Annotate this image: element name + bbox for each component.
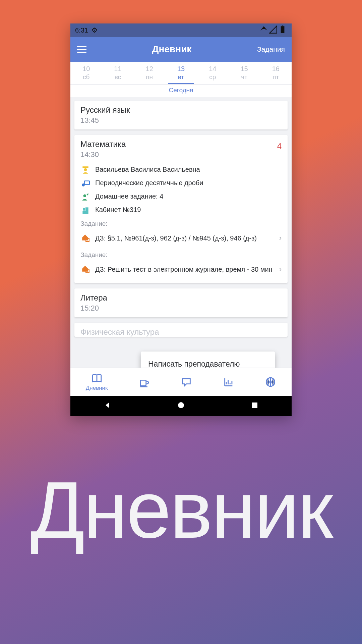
lesson-card-expanded[interactable]: 4 Математика 14:30 Васильева Василиса Ва… [74, 135, 288, 283]
room-icon [80, 206, 90, 216]
recent-icon[interactable] [251, 401, 259, 411]
page-title: Дневник [86, 44, 257, 55]
house-icon [80, 264, 90, 274]
menu-icon[interactable] [77, 46, 86, 53]
grade-badge: 4 [277, 142, 282, 151]
task-text: ДЗ: Решить тест в электронном журнале, в… [95, 265, 275, 274]
lesson-list[interactable]: Русский язык 13:45 4 Математика 14:30 Ва… [70, 97, 292, 368]
date-cell[interactable]: 11вс [102, 64, 133, 84]
promo-title: Дневник [0, 470, 362, 550]
battery-icon [278, 25, 287, 36]
svg-rect-2 [82, 166, 88, 168]
svg-point-6 [83, 194, 86, 197]
svg-rect-1 [282, 25, 283, 26]
svg-rect-7 [85, 207, 88, 214]
svg-point-3 [84, 168, 87, 171]
lesson-card[interactable]: Физическая культура [74, 323, 288, 337]
back-icon[interactable] [103, 401, 111, 411]
today-label: Сегодня [70, 85, 292, 97]
svg-point-12 [178, 402, 184, 408]
date-cell[interactable]: 15чт [228, 64, 260, 84]
nav-activity[interactable] [265, 376, 276, 388]
nav-food[interactable] [138, 376, 150, 388]
task-row[interactable]: ДЗ: §5.1, №961(д-з), 962 (д-з) / №945 (д… [80, 229, 282, 247]
home-icon[interactable] [177, 401, 185, 411]
lesson-card[interactable]: Русский язык 13:45 [74, 101, 288, 129]
nav-stats[interactable] [223, 376, 234, 388]
write-teacher-option[interactable]: Написать преподавателю [148, 360, 267, 368]
status-bar: 6:31 ⚙ [70, 23, 292, 37]
task-section-label: Задание: [80, 220, 282, 229]
context-menu[interactable]: Написать преподавателю [141, 352, 275, 368]
teacher-icon [80, 166, 90, 176]
svg-rect-5 [84, 181, 89, 184]
svg-rect-13 [252, 402, 257, 408]
date-cell[interactable]: 10сб [70, 64, 102, 84]
subject-label: Русский язык [80, 105, 282, 115]
status-time: 6:31 [75, 26, 88, 34]
task-section-label: Задание: [80, 251, 282, 260]
date-cell[interactable]: 16пт [260, 64, 292, 84]
ball-icon [265, 376, 276, 388]
date-cell[interactable]: 14ср [197, 64, 228, 84]
bottom-nav: Дневник [70, 368, 292, 396]
subject-label: Физическая культура [80, 327, 282, 337]
house-icon [80, 233, 90, 243]
date-strip: 10сб 11вс 12пн 13вт 14ср 15чт 16пт [70, 62, 292, 85]
topic-label: Периодические десятичные дроби [95, 179, 282, 187]
room-label: Кабинет №319 [95, 206, 282, 214]
lesson-time: 15:20 [80, 304, 282, 313]
teacher-name: Васильева Василиса Васильевна [95, 166, 282, 173]
svg-point-8 [83, 208, 85, 210]
homework-icon [80, 193, 90, 203]
task-text: ДЗ: §5.1, №961(д-з), 962 (д-з) / №945 (д… [95, 234, 275, 243]
system-nav [70, 396, 292, 416]
wifi-icon [259, 25, 268, 36]
task-row[interactable]: ДЗ: Решить тест в электронном журнале, в… [80, 260, 282, 278]
subject-label: Математика [80, 140, 282, 149]
subject-label: Литера [80, 293, 282, 303]
chevron-right-icon: › [279, 265, 282, 274]
nav-label: Дневник [86, 385, 108, 391]
lesson-time: 13:45 [80, 116, 282, 125]
date-cell-selected[interactable]: 13вт [165, 64, 197, 84]
chart-icon [223, 376, 234, 388]
nav-chat[interactable] [181, 376, 192, 388]
phone-frame: 6:31 ⚙ Дневник Задания 10сб 11вс 12пн 13… [70, 23, 292, 416]
lesson-card[interactable]: Литера 15:20 [74, 288, 288, 317]
book-icon [91, 373, 103, 384]
chevron-right-icon: › [279, 234, 282, 243]
lesson-time: 14:30 [80, 150, 282, 159]
cup-icon [138, 376, 150, 388]
tasks-button[interactable]: Задания [257, 45, 285, 53]
app-bar: Дневник Задания [70, 37, 292, 62]
topic-icon [80, 179, 90, 189]
nav-diary[interactable]: Дневник [86, 373, 108, 391]
signal-icon [269, 25, 278, 36]
svg-rect-0 [281, 26, 285, 33]
chat-icon [181, 376, 192, 388]
gear-icon: ⚙ [92, 26, 98, 34]
homework-count: Домашнее задание: 4 [95, 193, 282, 200]
date-cell[interactable]: 12пн [134, 64, 165, 84]
